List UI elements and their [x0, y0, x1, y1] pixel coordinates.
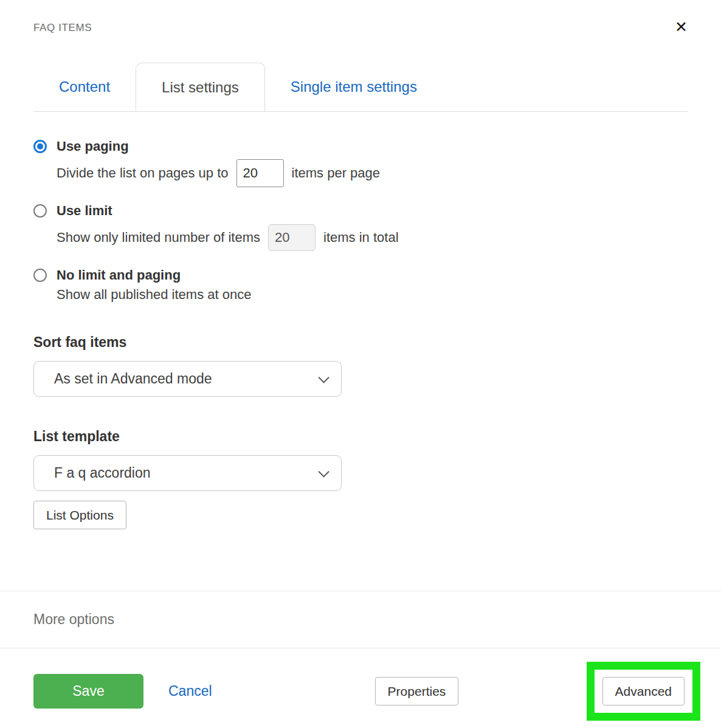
- no-limit-radio-row[interactable]: No limit and paging: [33, 267, 688, 283]
- sort-selected-value: As set in Advanced mode: [54, 371, 212, 387]
- advanced-highlight-box: Advanced: [587, 662, 700, 721]
- close-icon[interactable]: ✕: [675, 19, 688, 35]
- faq-items-dialog: FAQ ITEMS ✕ Content List settings Single…: [0, 0, 721, 728]
- use-limit-desc-before: Show only limited number of items: [57, 230, 260, 246]
- use-paging-description: Divide the list on pages up to items per…: [57, 159, 688, 187]
- no-limit-desc-text: Show all published items at once: [57, 287, 251, 303]
- template-selected-value: F a q accordion: [54, 465, 151, 481]
- dialog-footer: Save Cancel Properties Advanced: [33, 648, 700, 728]
- list-template-label: List template: [33, 428, 688, 445]
- chevron-down-icon: [318, 372, 329, 383]
- tab-list-settings[interactable]: List settings: [136, 63, 265, 111]
- advanced-button[interactable]: Advanced: [602, 677, 685, 706]
- use-limit-radio-row[interactable]: Use limit: [33, 203, 688, 219]
- tab-content[interactable]: Content: [33, 63, 136, 111]
- list-template-select[interactable]: F a q accordion: [33, 455, 342, 491]
- option-use-limit: Use limit Show only limited number of it…: [33, 203, 688, 252]
- paging-options-group: Use paging Divide the list on pages up t…: [33, 139, 688, 303]
- tab-bar: Content List settings Single item settin…: [33, 63, 688, 112]
- tab-single-item-settings[interactable]: Single item settings: [265, 63, 443, 111]
- option-use-paging: Use paging Divide the list on pages up t…: [33, 139, 688, 187]
- dialog-header: FAQ ITEMS ✕: [33, 0, 688, 35]
- use-paging-label: Use paging: [57, 139, 129, 154]
- radio-use-limit[interactable]: [33, 204, 47, 218]
- list-options-button[interactable]: List Options: [33, 501, 126, 529]
- more-options-toggle[interactable]: More options: [33, 611, 114, 627]
- use-paging-radio-row[interactable]: Use paging: [33, 139, 688, 154]
- radio-use-paging[interactable]: [33, 140, 47, 153]
- more-options-section: More options: [0, 591, 721, 648]
- use-limit-desc-after: items in total: [323, 230, 399, 246]
- use-paging-desc-before: Divide the list on pages up to: [57, 165, 229, 181]
- no-limit-label: No limit and paging: [57, 267, 181, 283]
- use-paging-desc-after: items per page: [292, 165, 381, 181]
- dialog-title: FAQ ITEMS: [33, 22, 92, 34]
- sort-faq-items-label: Sort faq items: [33, 334, 688, 351]
- chevron-down-icon: [318, 466, 329, 477]
- sort-faq-items-select[interactable]: As set in Advanced mode: [33, 361, 342, 397]
- use-limit-label: Use limit: [57, 203, 112, 219]
- properties-button[interactable]: Properties: [375, 677, 459, 706]
- use-limit-description: Show only limited number of items items …: [57, 224, 688, 252]
- radio-no-limit[interactable]: [33, 269, 47, 282]
- save-button[interactable]: Save: [33, 674, 143, 709]
- items-in-total-input[interactable]: [268, 224, 316, 251]
- no-limit-description: Show all published items at once: [57, 287, 688, 303]
- option-no-limit: No limit and paging Show all published i…: [33, 267, 688, 303]
- cancel-link[interactable]: Cancel: [165, 682, 216, 700]
- items-per-page-input[interactable]: [236, 159, 284, 187]
